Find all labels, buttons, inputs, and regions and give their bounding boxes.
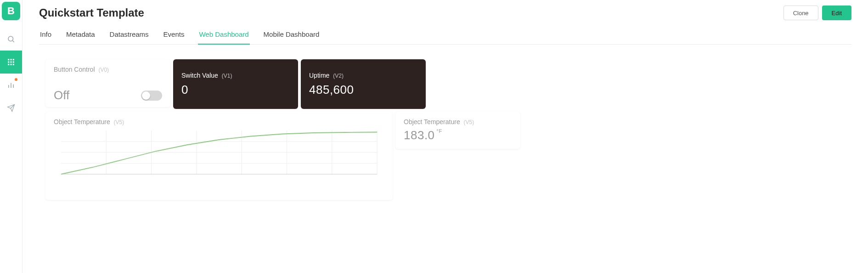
tab-metadata[interactable]: Metadata: [65, 26, 96, 45]
widget-temperature-chart: Object Temperature (V5): [45, 112, 393, 200]
dashboard: Button Control (V0) Off Switch Value (V: [39, 45, 851, 215]
toggle-knob: [142, 91, 150, 100]
svg-rect-3: [11, 59, 12, 60]
brand-logo[interactable]: B: [2, 2, 20, 20]
widget-title-text: Object Temperature: [54, 118, 110, 125]
header-actions: Clone Edit: [783, 6, 851, 20]
widget-switch-value: Switch Value (V1) 0: [173, 59, 298, 109]
svg-rect-10: [13, 64, 14, 65]
clone-button[interactable]: Clone: [783, 6, 818, 20]
chart-icon: [7, 81, 15, 89]
widget-pin: (V2): [333, 73, 344, 79]
button-control-toggle[interactable]: [141, 91, 162, 101]
widget-title: Button Control (V0): [54, 66, 162, 73]
widget-pin: (V1): [222, 73, 232, 79]
uptime-number: 485,600: [309, 83, 417, 97]
sidebar-item-search[interactable]: [0, 28, 22, 51]
svg-rect-2: [8, 59, 9, 60]
svg-rect-9: [11, 64, 12, 65]
tab-events[interactable]: Events: [163, 26, 186, 45]
widget-title: Object Temperature (V5): [54, 118, 384, 125]
temperature-value: 183.0°F: [404, 128, 512, 142]
widget-pin: (V0): [98, 67, 109, 73]
tab-web-dashboard[interactable]: Web Dashboard: [198, 26, 249, 45]
svg-rect-4: [13, 59, 14, 60]
svg-point-0: [8, 36, 13, 41]
grid-icon: [7, 58, 15, 66]
button-control-state: Off: [54, 88, 69, 102]
svg-rect-7: [13, 62, 14, 63]
widget-title-text: Switch Value: [181, 72, 218, 79]
switch-value-number: 0: [181, 83, 290, 97]
brand-letter: B: [7, 5, 15, 17]
svg-rect-8: [8, 64, 9, 65]
tab-mobile-dashboard[interactable]: Mobile Dashboard: [263, 26, 321, 45]
dashboard-row-2: Object Temperature (V5) Object Temperatu…: [45, 112, 845, 200]
widget-title: Object Temperature (V5): [404, 118, 512, 125]
temperature-chart-svg: [54, 128, 384, 179]
sidebar: B: [0, 0, 23, 273]
svg-line-1: [12, 40, 14, 42]
header: Quickstart Template Clone Edit: [39, 0, 851, 24]
dashboard-row-1: Button Control (V0) Off Switch Value (V: [45, 59, 845, 109]
notification-dot: [15, 78, 17, 81]
sidebar-item-analytics[interactable]: [0, 74, 22, 97]
temperature-number: 183.0: [404, 128, 435, 142]
main: Quickstart Template Clone Edit Info Meta…: [23, 0, 868, 273]
svg-rect-5: [8, 62, 9, 63]
widget-pin: (V5): [114, 119, 124, 125]
widget-title-text: Object Temperature: [404, 118, 460, 125]
page-title: Quickstart Template: [39, 6, 144, 19]
tabs: Info Metadata Datastreams Events Web Das…: [39, 24, 851, 45]
send-icon: [7, 104, 15, 112]
widget-title: Uptime (V2): [309, 72, 417, 79]
sidebar-item-send[interactable]: [0, 97, 22, 119]
widget-button-control: Button Control (V0) Off: [45, 59, 170, 107]
widget-uptime: Uptime (V2) 485,600: [301, 59, 426, 109]
tab-info[interactable]: Info: [39, 26, 52, 45]
edit-button[interactable]: Edit: [822, 6, 851, 20]
widget-temperature-value: Object Temperature (V5) 183.0°F: [395, 112, 520, 149]
widget-title: Switch Value (V1): [181, 72, 290, 79]
tab-datastreams[interactable]: Datastreams: [109, 26, 150, 45]
search-icon: [7, 35, 15, 43]
widget-pin: (V5): [464, 119, 474, 125]
widget-title-text: Uptime: [309, 72, 329, 79]
sidebar-item-templates[interactable]: [0, 51, 22, 74]
widget-title-text: Button Control: [54, 66, 95, 73]
svg-rect-6: [11, 62, 12, 63]
temperature-unit: °F: [437, 128, 442, 134]
